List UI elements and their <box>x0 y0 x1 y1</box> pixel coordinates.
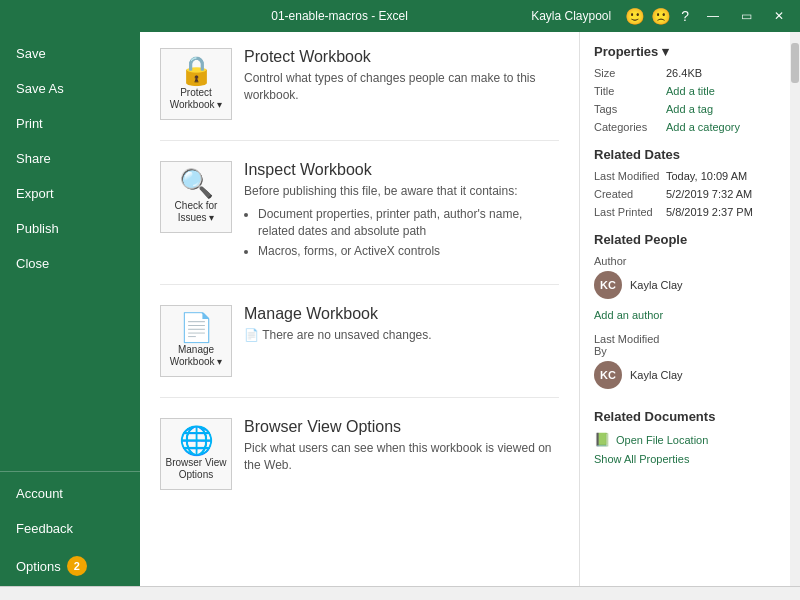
last-modified-by-entry: KC Kayla Clay <box>594 361 683 389</box>
manage-icon-label: ManageWorkbook ▾ <box>170 344 223 368</box>
prop-value-last-modified: Today, 10:09 AM <box>666 170 747 182</box>
main-container: Save Save As Print Share Export Publish … <box>0 32 800 586</box>
last-modified-by-avatar: KC <box>594 361 622 389</box>
sidebar-item-save[interactable]: Save <box>0 36 140 71</box>
prop-value-last-printed: 5/8/2019 2:37 PM <box>666 206 753 218</box>
info-section: 🔒 ProtectWorkbook ▾ Protect Workbook Con… <box>140 32 580 586</box>
open-file-location-item: 📗 Open File Location <box>594 432 776 447</box>
inspect-workbook-desc: Before publishing this file, be aware th… <box>244 183 559 200</box>
manage-workbook-desc: 📄 There are no unsaved changes. <box>244 327 559 344</box>
prop-label-last-modified-by: Last Modified By <box>594 333 666 357</box>
prop-row-categories: Categories Add a category <box>594 121 776 133</box>
related-docs-title: Related Documents <box>594 409 776 424</box>
title-bar: 01-enable-macros - Excel Kayla Claypool … <box>0 0 800 32</box>
open-file-location-link[interactable]: Open File Location <box>616 434 708 446</box>
inspect-icon-label: Check forIssues ▾ <box>175 200 218 224</box>
protect-workbook-button[interactable]: 🔒 ProtectWorkbook ▾ <box>160 48 232 120</box>
browser-view-options-card: 🌐 Browser ViewOptions Browser View Optio… <box>160 418 559 510</box>
inspect-icon: 🔍 <box>179 170 214 198</box>
sidebar-nav: Save Save As Print Share Export Publish … <box>0 32 140 471</box>
user-name: Kayla Claypool <box>531 9 611 23</box>
bullet-item: Document properties, printer path, autho… <box>258 206 559 240</box>
browser-view-title: Browser View Options <box>244 418 559 436</box>
add-author-link[interactable]: Add an author <box>594 309 663 321</box>
properties-section-title: Properties ▾ <box>594 44 776 59</box>
browser-view-desc: Pick what users can see when this workbo… <box>244 440 559 474</box>
options-badge: 2 <box>67 556 87 576</box>
author-name: Kayla Clay <box>630 279 683 291</box>
smiley-icon[interactable]: 🙂 <box>625 7 645 26</box>
manage-workbook-button[interactable]: 📄 ManageWorkbook ▾ <box>160 305 232 377</box>
manage-icon: 📄 <box>179 314 214 342</box>
prop-label-categories: Categories <box>594 121 666 133</box>
restore-button[interactable]: ▭ <box>733 7 760 25</box>
inspect-workbook-bullets: Document properties, printer path, autho… <box>244 206 559 260</box>
vertical-scrollbar[interactable] <box>790 32 800 586</box>
prop-value-created: 5/2/2019 7:32 AM <box>666 188 752 200</box>
minimize-button[interactable]: — <box>699 7 727 25</box>
prop-label-tags: Tags <box>594 103 666 115</box>
related-people-title: Related People <box>594 232 776 247</box>
content-area: 🔒 ProtectWorkbook ▾ Protect Workbook Con… <box>140 32 800 586</box>
prop-row-title: Title Add a title <box>594 85 776 97</box>
browser-view-content: Browser View Options Pick what users can… <box>244 418 559 474</box>
sidebar-item-close[interactable]: Close <box>0 246 140 281</box>
properties-panel: Properties ▾ Size 26.4KB Title Add a tit… <box>580 32 790 586</box>
sidebar-item-options[interactable]: Options 2 <box>0 546 140 586</box>
prop-value-tags[interactable]: Add a tag <box>666 103 713 115</box>
prop-label-last-printed: Last Printed <box>594 206 666 218</box>
prop-row-last-modified-by: Last Modified By KC Kayla Clay <box>594 333 776 395</box>
browser-view-button[interactable]: 🌐 Browser ViewOptions <box>160 418 232 490</box>
prop-value-size: 26.4KB <box>666 67 702 79</box>
prop-label-last-modified: Last Modified <box>594 170 666 182</box>
related-dates-title: Related Dates <box>594 147 776 162</box>
author-entry: KC Kayla Clay <box>594 271 683 299</box>
window-title: 01-enable-macros - Excel <box>148 9 531 23</box>
prop-label-created: Created <box>594 188 666 200</box>
sidebar-item-publish[interactable]: Publish <box>0 211 140 246</box>
help-icon[interactable]: ? <box>677 6 693 26</box>
sidebar-bottom: Account Feedback Options 2 <box>0 471 140 586</box>
prop-label-size: Size <box>594 67 666 79</box>
protect-workbook-content: Protect Workbook Control what types of c… <box>244 48 559 104</box>
manage-workbook-content: Manage Workbook 📄 There are no unsaved c… <box>244 305 559 344</box>
browser-icon-label: Browser ViewOptions <box>166 457 227 481</box>
sidebar-item-print[interactable]: Print <box>0 106 140 141</box>
prop-value-categories[interactable]: Add a category <box>666 121 740 133</box>
prop-row-last-modified: Last Modified Today, 10:09 AM <box>594 170 776 182</box>
protect-icon-label: ProtectWorkbook ▾ <box>170 87 223 111</box>
close-button[interactable]: ✕ <box>766 7 792 25</box>
last-modified-by-name: Kayla Clay <box>630 369 683 381</box>
lock-icon: 🔒 <box>179 57 214 85</box>
inspect-workbook-card: 🔍 Check forIssues ▾ Inspect Workbook Bef… <box>160 161 559 285</box>
protect-workbook-title: Protect Workbook <box>244 48 559 66</box>
prop-row-author: Author KC Kayla Clay Add an author <box>594 255 776 327</box>
prop-label-author: Author <box>594 255 666 267</box>
excel-file-icon: 📗 <box>594 432 610 447</box>
show-all-properties-link[interactable]: Show All Properties <box>594 453 776 465</box>
sidebar-item-save-as[interactable]: Save As <box>0 71 140 106</box>
prop-label-title: Title <box>594 85 666 97</box>
scrollbar-thumb[interactable] <box>791 43 799 83</box>
manage-workbook-card: 📄 ManageWorkbook ▾ Manage Workbook 📄 The… <box>160 305 559 398</box>
options-label: Options <box>16 559 61 574</box>
manage-workbook-title: Manage Workbook <box>244 305 559 323</box>
prop-row-created: Created 5/2/2019 7:32 AM <box>594 188 776 200</box>
frown-icon[interactable]: 🙁 <box>651 7 671 26</box>
prop-row-tags: Tags Add a tag <box>594 103 776 115</box>
bottom-scrollbar <box>0 586 800 600</box>
protect-workbook-desc: Control what types of changes people can… <box>244 70 559 104</box>
protect-workbook-card: 🔒 ProtectWorkbook ▾ Protect Workbook Con… <box>160 48 559 141</box>
prop-row-size: Size 26.4KB <box>594 67 776 79</box>
sidebar-item-feedback[interactable]: Feedback <box>0 511 140 546</box>
prop-value-title[interactable]: Add a title <box>666 85 715 97</box>
sidebar-item-account[interactable]: Account <box>0 476 140 511</box>
sidebar-item-export[interactable]: Export <box>0 176 140 211</box>
sidebar-item-share[interactable]: Share <box>0 141 140 176</box>
prop-row-last-printed: Last Printed 5/8/2019 2:37 PM <box>594 206 776 218</box>
inspect-workbook-title: Inspect Workbook <box>244 161 559 179</box>
sidebar: Save Save As Print Share Export Publish … <box>0 32 140 586</box>
bullet-item: Macros, forms, or ActiveX controls <box>258 243 559 260</box>
check-for-issues-button[interactable]: 🔍 Check forIssues ▾ <box>160 161 232 233</box>
inspect-workbook-content: Inspect Workbook Before publishing this … <box>244 161 559 264</box>
